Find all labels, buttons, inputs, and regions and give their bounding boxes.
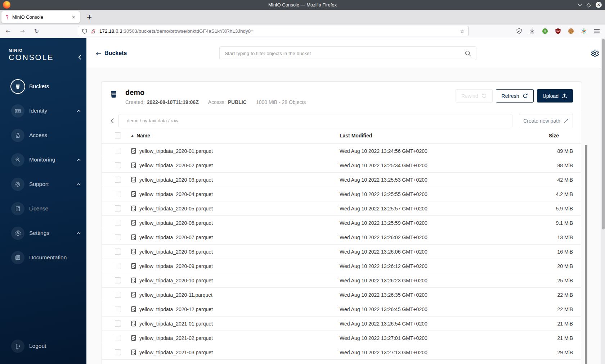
sidebar-item-identity[interactable]: Identity [0,99,86,123]
path-back-icon[interactable] [110,118,118,123]
search-input[interactable] [225,51,465,56]
table-row[interactable]: yellow_tripdata_2020-04.parquet Wed Aug … [102,187,581,201]
row-checkbox[interactable] [115,205,121,211]
window-scrollbar-thumb[interactable] [602,39,605,229]
nav-back-button[interactable]: ← [6,28,10,35]
sidebar-collapse-icon[interactable] [78,55,81,61]
sort-asc-icon[interactable]: ▲ [131,134,134,137]
menu-hamburger-icon[interactable] [594,28,600,34]
nav-forward-button[interactable]: → [20,28,24,35]
sidebar-item-monitoring[interactable]: Monitoring [0,147,86,172]
object-modified: Wed Aug 10 2022 13:25:34 GMT+0200 [340,163,549,168]
table-row[interactable]: yellow_tripdata_2021-02.parquet Wed Aug … [102,331,581,345]
row-checkbox[interactable] [115,191,121,197]
minio-favicon-icon [5,14,9,20]
object-name: yellow_tripdata_2021-02.parquet [139,335,213,341]
table-row[interactable]: yellow_tripdata_2020-01.parquet Wed Aug … [102,144,581,158]
new-tab-button[interactable]: + [85,13,94,21]
tracking-shield-icon[interactable] [82,28,88,34]
cookie-icon[interactable] [568,28,574,34]
row-checkbox[interactable] [115,320,121,327]
chevron-up-icon[interactable] [77,159,81,161]
row-checkbox[interactable] [115,335,121,341]
parquet-file-icon [131,234,136,240]
ublock-origin-icon[interactable]: uO [555,28,561,34]
documentation-icon [11,251,24,264]
window-scrollbar[interactable] [601,38,605,364]
refresh-button[interactable]: Refresh [496,89,534,103]
table-row[interactable]: yellow_tripdata_2020-05.parquet Wed Aug … [102,201,581,216]
content-scrollbar-thumb[interactable] [585,145,587,364]
object-table-body: yellow_tripdata_2020-01.parquet Wed Aug … [102,144,581,360]
row-checkbox[interactable] [115,162,121,168]
window-maximize-icon[interactable]: ◇ [587,1,591,8]
rewind-button[interactable]: Rewind [456,89,493,103]
tab-close-icon[interactable]: × [70,14,77,20]
row-checkbox[interactable] [115,292,121,298]
column-name[interactable]: ▲ Name [131,133,340,138]
chevron-up-icon[interactable] [77,183,81,186]
object-size: 13 MiB [549,235,573,240]
chevron-up-icon[interactable] [77,110,81,112]
breadcrumb[interactable]: demo / ny-taxi-data / raw [118,114,512,127]
extension-green-icon[interactable] [542,28,548,34]
row-checkbox[interactable] [115,220,121,226]
settings-gear-icon[interactable] [590,49,600,60]
row-checkbox[interactable] [115,177,121,183]
sidebar-item-documentation[interactable]: Documentation [0,245,86,270]
table-header: ▲ Name Last Modified Size [102,127,581,144]
table-row[interactable]: yellow_tripdata_2020-02.parquet Wed Aug … [102,158,581,173]
table-row[interactable]: yellow_tripdata_2021-01.parquet Wed Aug … [102,317,581,331]
row-checkbox[interactable] [115,277,121,283]
object-filter-search[interactable] [219,46,476,60]
sidebar-item-access[interactable]: Access [0,123,86,147]
access-icon [11,129,24,142]
shield-check-icon[interactable] [516,28,522,34]
upload-button[interactable]: Upload [537,89,573,103]
window-close-icon[interactable]: × [596,2,602,8]
row-checkbox[interactable] [115,263,121,269]
multicolor-asterisk-icon[interactable] [581,28,587,34]
table-row[interactable]: yellow_tripdata_2020-09.parquet Wed Aug … [102,259,581,273]
object-modified: Wed Aug 10 2022 13:27:13 GMT+0200 [340,350,549,355]
sidebar-item-settings[interactable]: Settings [0,221,86,245]
tab-minio-console[interactable]: MinIO Console × [1,11,80,23]
sidebar-item-label: Access [29,132,47,138]
table-row[interactable]: yellow_tripdata_2020-12.parquet Wed Aug … [102,302,581,317]
sidebar-item-buckets[interactable]: Buckets [0,74,86,99]
table-row[interactable]: yellow_tripdata_2020-03.parquet Wed Aug … [102,173,581,187]
select-all-checkbox[interactable] [115,132,121,138]
table-row[interactable]: yellow_tripdata_2021-03.parquet Wed Aug … [102,345,581,360]
sidebar-item-license[interactable]: License [0,196,86,221]
row-checkbox[interactable] [115,234,121,240]
object-size: 88 MiB [549,163,573,168]
back-to-buckets-link[interactable]: ← Buckets [96,38,127,68]
sidebar-item-logout[interactable]: Logout [0,334,86,358]
parquet-file-icon [131,306,136,312]
chevron-up-icon[interactable] [77,232,81,235]
row-checkbox[interactable] [115,249,121,255]
bookmark-star-icon[interactable]: ☆ [460,28,465,35]
bucket-header: demo Created: 2022-08-10T11:19:06Z Acces… [102,82,581,110]
window-minimize-icon[interactable] [578,4,582,6]
nav-reload-button[interactable]: ↻ [34,28,39,35]
create-new-path-button[interactable]: Create new path [519,114,573,127]
object-name: yellow_tripdata_2020-06.parquet [139,220,213,226]
sidebar-item-support[interactable]: Support [0,172,86,196]
object-size: 20 MiB [549,263,573,269]
object-name: yellow_tripdata_2021-03.parquet [139,350,213,355]
downloads-icon[interactable] [529,28,535,34]
row-checkbox[interactable] [115,148,121,154]
table-row[interactable]: yellow_tripdata_2020-06.parquet Wed Aug … [102,216,581,230]
column-last-modified[interactable]: Last Modified [340,133,549,138]
insecure-lock-icon[interactable] [90,28,96,34]
table-row[interactable]: yellow_tripdata_2020-11.parquet Wed Aug … [102,288,581,302]
row-checkbox[interactable] [115,306,121,312]
row-checkbox[interactable] [115,349,121,355]
column-size[interactable]: Size [549,133,573,138]
table-row[interactable]: yellow_tripdata_2020-08.parquet Wed Aug … [102,245,581,259]
object-modified: Wed Aug 10 2022 13:24:56 GMT+0200 [340,148,549,154]
url-bar[interactable]: 172.18.0.3:30503/buckets/demo/browse/bnk… [78,26,469,36]
table-row[interactable]: yellow_tripdata_2020-07.parquet Wed Aug … [102,230,581,245]
table-row[interactable]: yellow_tripdata_2020-10.parquet Wed Aug … [102,273,581,288]
